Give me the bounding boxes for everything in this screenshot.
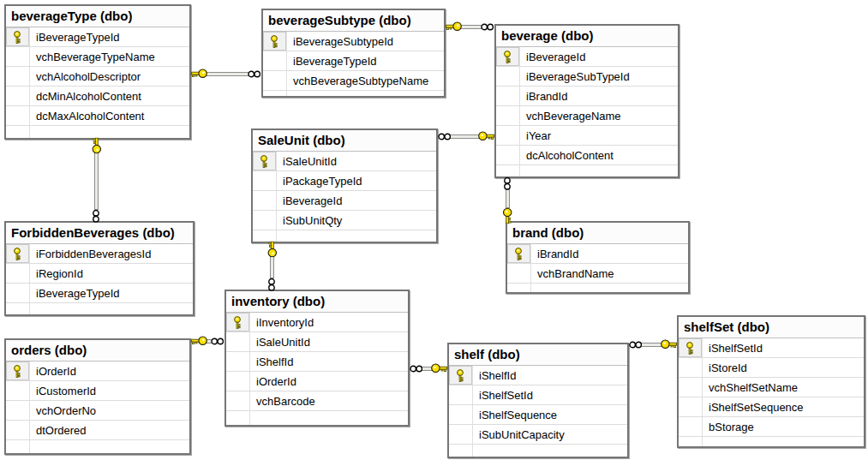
column-dcMaxAlcoholContent[interactable]: dcMaxAlcoholContent [6, 106, 189, 126]
relationship-brand-beverage[interactable] [500, 178, 515, 221]
column-name: iYear [519, 129, 551, 142]
relationship-beverageSubtype-beverage[interactable] [446, 19, 494, 34]
column-vchOrderNo[interactable]: vchOrderNo [6, 401, 189, 421]
column-iSaleUnitId[interactable]: iSaleUnitId [253, 152, 436, 171]
column-vchShelfSetName[interactable]: vchShelfSetName [679, 378, 864, 397]
column-name: bStorage [702, 421, 754, 433]
column-iShelfSequence[interactable]: iShelfSequence [449, 405, 627, 425]
table-header[interactable]: brand (dbo) [507, 223, 688, 244]
table-brand[interactable]: brand (dbo) iBrandId vchBrandName [506, 221, 690, 294]
table-title: beverage (dbo) [501, 28, 594, 43]
column-iBrandId[interactable]: iBrandId [507, 244, 688, 264]
column-iOrderId[interactable]: iOrderId [6, 361, 189, 381]
column-iShelfId[interactable]: iShelfId [226, 352, 408, 372]
table-beverageSubtype[interactable]: beverageSubtype (dbo) iBeverageSubtypeId… [261, 9, 446, 98]
column-iPackageTypeId[interactable]: iPackageTypeId [253, 171, 436, 191]
many-side-infinity-icon [410, 365, 423, 373]
table-SaleUnit[interactable]: SaleUnit (dbo) iSaleUnitId iPackageTypeI… [251, 128, 438, 243]
table-header[interactable]: inventory (dbo) [226, 291, 408, 313]
column-iYear[interactable]: iYear [496, 126, 678, 146]
row-icon-cell [253, 152, 276, 170]
column-name: iBeverageId [276, 194, 342, 207]
relationship-SaleUnit-inventory[interactable] [264, 243, 279, 290]
row-icon-cell [6, 421, 29, 439]
column-vchBeverageSubtypeName[interactable]: vchBeverageSubtypeName [263, 71, 444, 91]
column-vchBrandName[interactable]: vchBrandName [507, 264, 688, 284]
many-side-infinity-icon [265, 278, 278, 291]
column-dcMinAlcoholContent[interactable]: dcMinAlcoholContent [6, 87, 189, 106]
table-body: iBeverageId iBeverageSubTypeId iBrandId … [496, 47, 678, 176]
column-iBeverageTypeId[interactable]: iBeverageTypeId [263, 51, 444, 71]
table-title: ForbiddenBeverages (dbo) [11, 225, 175, 240]
row-icon-cell [263, 51, 286, 70]
table-header[interactable]: beverage (dbo) [496, 26, 678, 47]
one-side-key-icon [500, 207, 516, 224]
column-vchBeverageName[interactable]: vchBeverageName [496, 106, 678, 126]
column-vchAlcoholDescriptor[interactable]: vchAlcoholDescriptor [6, 67, 189, 87]
column-iShelfSetSequence[interactable]: iShelfSetSequence [679, 397, 864, 417]
table-header[interactable]: orders (dbo) [6, 340, 189, 361]
row-icon-cell [226, 372, 249, 391]
table-header[interactable]: beverageSubtype (dbo) [263, 10, 444, 32]
one-side-key-icon [191, 69, 207, 79]
column-iBeverageId[interactable]: iBeverageId [496, 47, 678, 67]
column-name: iBeverageSubtypeId [286, 35, 393, 48]
relationship-beverageType-beverageSubtype[interactable] [191, 66, 261, 81]
table-header[interactable]: shelf (dbo) [449, 344, 627, 366]
column-iRegionId[interactable]: iRegionId [6, 264, 193, 284]
column-iSubUnitQty[interactable]: iSubUnitQty [253, 211, 436, 230]
column-iShelfId[interactable]: iShelfId [449, 366, 627, 385]
column-name: iShelfId [249, 355, 293, 368]
one-side-key-icon [661, 339, 677, 349]
column-iBeverageSubTypeId[interactable]: iBeverageSubTypeId [496, 67, 678, 87]
column-iSaleUnitId[interactable]: iSaleUnitId [226, 332, 408, 352]
column-iSubUnitCapacity[interactable]: iSubUnitCapacity [449, 425, 627, 445]
primary-key-icon [13, 248, 22, 260]
row-icon-cell [263, 71, 286, 90]
many-side-infinity-icon [629, 341, 643, 349]
relationship-beverage-SaleUnit[interactable] [438, 128, 494, 144]
many-side-infinity-icon [481, 23, 494, 31]
column-iBeverageTypeId[interactable]: iBeverageTypeId [6, 27, 189, 47]
relationship-shelf-inventory[interactable] [410, 361, 447, 376]
column-bStorage[interactable]: bStorage [679, 417, 864, 437]
table-header[interactable]: shelfSet (dbo) [679, 317, 864, 338]
table-header[interactable]: ForbiddenBeverages (dbo) [6, 223, 193, 244]
table-shelfSet[interactable]: shelfSet (dbo) iShelfSetId iStoreId vchS… [677, 315, 865, 448]
column-iBeverageId[interactable]: iBeverageId [253, 191, 436, 211]
column-name: iBeverageTypeId [29, 287, 120, 300]
relationship-beverageType-ForbiddenBeverages[interactable] [88, 140, 104, 221]
row-icon-cell [6, 87, 29, 105]
relationship-orders-inventory[interactable] [191, 333, 224, 349]
table-orders[interactable]: orders (dbo) iOrderId iCustomerId vchOrd… [4, 338, 191, 455]
column-iStoreId[interactable]: iStoreId [679, 358, 864, 378]
table-ForbiddenBeverages[interactable]: ForbiddenBeverages (dbo) iForbiddenBever… [4, 221, 195, 316]
one-side-key-icon [446, 21, 462, 32]
column-iShelfSetId[interactable]: iShelfSetId [449, 385, 627, 405]
primary-key-icon [13, 31, 22, 44]
column-iBeverageTypeId[interactable]: iBeverageTypeId [6, 284, 193, 303]
table-beverageType[interactable]: beverageType (dbo) iBeverageTypeId vchBe… [4, 4, 191, 140]
column-vchBeverageTypeName[interactable]: vchBeverageTypeName [6, 47, 189, 67]
table-beverage[interactable]: beverage (dbo) iBeverageId iBeverageSubT… [494, 24, 679, 178]
column-vchBarcode[interactable]: vchBarcode [226, 391, 408, 411]
column-iBeverageSubtypeId[interactable]: iBeverageSubtypeId [263, 32, 444, 51]
column-iCustomerId[interactable]: iCustomerId [6, 381, 189, 401]
column-iShelfSetId[interactable]: iShelfSetId [679, 338, 864, 358]
table-header[interactable]: beverageType (dbo) [6, 6, 189, 27]
table-shelf[interactable]: shelf (dbo) iShelfId iShelfSetId iShelfS… [447, 343, 629, 458]
column-iOrderId[interactable]: iOrderId [226, 372, 408, 391]
relationship-line [460, 25, 482, 29]
table-inventory[interactable]: inventory (dbo) iInventoryId iSaleUnitId… [224, 290, 410, 427]
many-side-infinity-icon [410, 365, 423, 373]
column-iInventoryId[interactable]: iInventoryId [226, 313, 408, 332]
column-name: iBeverageId [519, 51, 585, 63]
column-iBrandId[interactable]: iBrandId [496, 87, 678, 106]
relationship-shelfSet-shelf[interactable] [629, 337, 677, 352]
column-dtOrdered[interactable]: dtOrdered [6, 421, 189, 440]
table-body: iInventoryId iSaleUnitId iShelfId iOrder… [226, 313, 408, 425]
table-header[interactable]: SaleUnit (dbo) [253, 130, 436, 152]
column-dcAlcoholContent[interactable]: dcAlcoholContent [496, 146, 678, 165]
column-iForbiddenBeveragesId[interactable]: iForbiddenBeveragesId [6, 244, 193, 264]
primary-key-icon [233, 316, 242, 329]
